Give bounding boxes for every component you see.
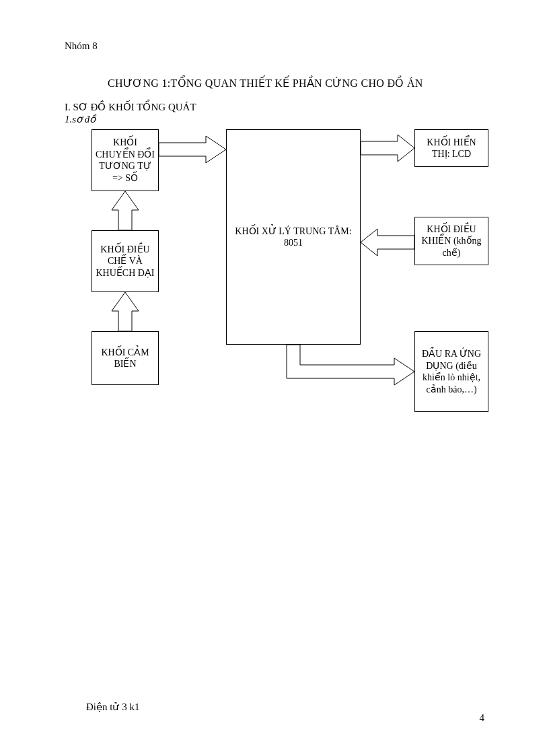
chapter-title: CHƯƠNG 1:TỔNG QUAN THIẾT KẾ PHẦN CỨNG CH… [108, 77, 423, 90]
page: Nhóm 8 CHƯƠNG 1:TỔNG QUAN THIẾT KẾ PHẦN … [0, 0, 549, 756]
page-header: Nhóm 8 [65, 40, 98, 52]
block-cpu: KHỐI XỬ LÝ TRUNG TÂM: 8051 [226, 129, 361, 345]
arrow-sensor-to-amp [112, 292, 139, 331]
arrow-cpu-to-lcd [361, 135, 414, 162]
svg-marker-4 [112, 292, 139, 331]
subsection-title: 1.sơ đồ [65, 113, 96, 125]
arrow-amp-to-adc [112, 191, 139, 230]
svg-marker-2 [361, 229, 414, 256]
section-title: I. SƠ ĐỒ KHỐI TỔNG QUÁT [65, 101, 196, 113]
svg-marker-5 [112, 191, 139, 230]
block-adc: KHỐI CHUYỂN ĐỔI TƯƠNG TỰ => SỐ [92, 129, 159, 191]
block-control: KHỐI ĐIỀU KHIỂN (khống chế) [414, 217, 488, 265]
svg-marker-0 [159, 136, 226, 163]
block-lcd: KHỐI HIỂN THỊ: LCD [414, 129, 488, 167]
arrow-control-to-cpu [361, 229, 414, 256]
svg-marker-3 [287, 345, 414, 385]
block-amplifier: KHỐI ĐIỀU CHẾ VÀ KHUẾCH ĐẠI [92, 230, 159, 292]
block-sensor: KHỐI CẢM BIẾN [92, 331, 159, 385]
arrow-adc-to-cpu [159, 136, 226, 163]
page-number: 4 [480, 712, 485, 724]
block-output: ĐẦU RA ỨNG DỤNG (điều khiển lò nhiệt, cả… [414, 331, 488, 412]
svg-marker-1 [361, 135, 414, 162]
block-diagram: KHỐI CHUYỂN ĐỔI TƯƠNG TỰ => SỐ KHỐI ĐIỀU… [65, 129, 495, 452]
arrow-cpu-to-output [287, 345, 414, 385]
footer-left: Điện tử 3 k1 [86, 701, 139, 713]
